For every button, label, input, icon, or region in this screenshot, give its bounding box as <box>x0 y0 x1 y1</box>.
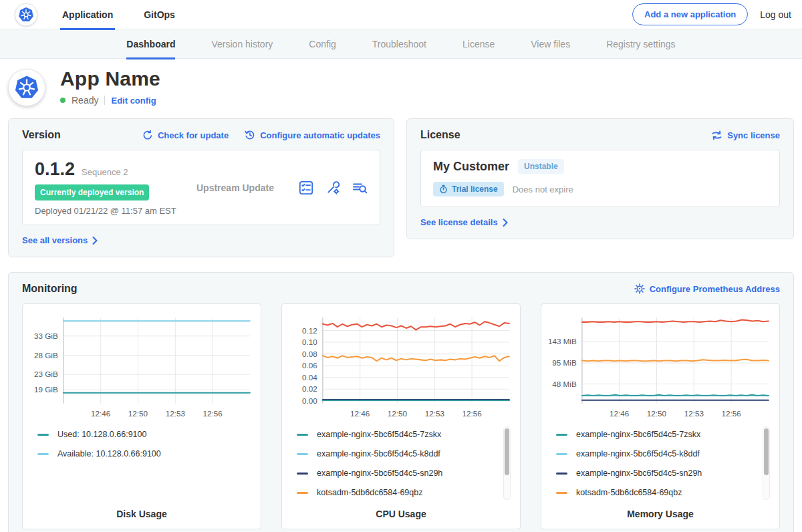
subnav-config[interactable]: Config <box>309 29 336 59</box>
version-number: 0.1.2 <box>35 159 75 180</box>
logout-link[interactable]: Log out <box>760 9 791 20</box>
svg-text:12:46: 12:46 <box>350 409 370 418</box>
edit-config-wrench-icon[interactable] <box>325 180 340 195</box>
version-source-label: Upstream Update <box>190 182 299 193</box>
add-application-button[interactable]: Add a new application <box>632 3 748 25</box>
see-all-versions-label: See all versions <box>22 235 88 245</box>
version-action-icons <box>299 180 368 195</box>
svg-text:95 MiB: 95 MiB <box>552 358 577 367</box>
see-license-details-row: See license details <box>420 216 780 228</box>
channel-badge: Unstable <box>518 159 564 174</box>
version-card-title: Version <box>22 129 61 141</box>
tab-gitops[interactable]: GitOps <box>142 0 177 29</box>
file-search-icon[interactable] <box>352 180 368 195</box>
chart-title: Memory Usage <box>548 505 773 523</box>
svg-text:33 GiB: 33 GiB <box>34 331 58 340</box>
svg-text:12:56: 12:56 <box>721 409 741 418</box>
subnav-troubleshoot[interactable]: Troubleshoot <box>372 29 426 59</box>
svg-text:0.08: 0.08 <box>302 350 317 358</box>
svg-text:23 GiB: 23 GiB <box>34 370 58 378</box>
see-all-versions-link[interactable]: See all versions <box>22 235 98 245</box>
legend-item: example-nginx-5bc6f5d4c5-7zskx <box>556 425 757 444</box>
status-divider <box>104 96 105 105</box>
legend-item: example-nginx-5bc6f5d4c5-sn29h <box>556 464 757 483</box>
sync-license-link[interactable]: Sync license <box>711 130 780 140</box>
license-card-title: License <box>420 129 460 141</box>
kubernetes-logo[interactable] <box>15 3 37 26</box>
tab-application-label: Application <box>62 9 113 20</box>
legend-series-dash <box>37 434 49 436</box>
subnav-version-history[interactable]: Version history <box>211 29 273 59</box>
chart-legend: example-nginx-5bc6f5d4c5-7zskxexample-ng… <box>297 425 513 503</box>
svg-text:28 GiB: 28 GiB <box>34 351 58 360</box>
legend-series-dash <box>297 453 308 455</box>
refresh-icon <box>142 130 153 140</box>
app-header: App Name Ready Edit config <box>0 59 802 114</box>
deployed-version-badge: Currently deployed version <box>35 184 149 201</box>
legend-item: Used: 10.128.0.66:9100 <box>37 425 238 444</box>
subnav-dashboard[interactable]: Dashboard <box>126 29 175 59</box>
stopwatch-icon <box>439 184 448 194</box>
legend-series-dash <box>556 473 567 475</box>
subnav-license[interactable]: License <box>462 29 495 59</box>
chart-title: Disk Usage <box>29 505 254 523</box>
svg-text:12:50: 12:50 <box>388 409 408 418</box>
chart-plot: 12:4612:5012:5312:56143 MiB95 MiB48 MiB <box>548 312 773 422</box>
trial-license-badge: Trial license <box>433 182 504 196</box>
legend-series-dash <box>556 492 567 494</box>
svg-text:12:56: 12:56 <box>462 409 481 418</box>
legend-scrollbar-track[interactable] <box>503 426 511 500</box>
svg-text:12:50: 12:50 <box>647 409 667 418</box>
legend-scrollbar-thumb[interactable] <box>505 428 509 475</box>
app-logo <box>8 69 45 106</box>
configure-prometheus-label: Configure Prometheus Address <box>650 284 780 294</box>
current-version-row: 0.1.2 Sequence 2 Currently deployed vers… <box>22 150 380 225</box>
legend-item: kotsadm-5db6dc6584-69qbz <box>297 483 497 503</box>
legend-series-dash <box>297 434 308 436</box>
edit-config-link[interactable]: Edit config <box>111 96 156 106</box>
subnav-registry-settings[interactable]: Registry settings <box>606 29 675 59</box>
chart-card: 12:4612:5012:5312:560.120.100.080.060.04… <box>281 303 521 529</box>
license-card-header: License Sync license <box>420 129 780 141</box>
kubernetes-logo-icon <box>18 7 34 23</box>
svg-text:0.00: 0.00 <box>302 396 317 405</box>
svg-text:12:53: 12:53 <box>684 409 704 418</box>
svg-text:48 MiB: 48 MiB <box>552 380 577 388</box>
legend-item: kotsadm-5db6dc6584-69qbz <box>556 483 757 503</box>
svg-text:12:46: 12:46 <box>91 409 110 418</box>
monitoring-card: Monitoring <box>8 272 794 532</box>
tab-application[interactable]: Application <box>60 0 115 29</box>
configure-automatic-updates-link[interactable]: Configure automatic updates <box>245 130 380 140</box>
chevron-right-icon <box>503 219 508 227</box>
legend-scrollbar-track[interactable] <box>763 426 770 500</box>
configure-prometheus-link[interactable]: Configure Prometheus Address <box>634 283 780 294</box>
legend-series-label: example-nginx-5bc6f5d4c5-k8ddf <box>317 449 440 458</box>
legend-series-label: example-nginx-5bc6f5d4c5-7zskx <box>576 430 700 439</box>
cards-row: Version Check for update <box>8 118 794 257</box>
sync-license-label: Sync license <box>727 130 780 140</box>
chevron-right-icon <box>92 237 98 245</box>
legend-series-label: example-nginx-5bc6f5d4c5-sn29h <box>576 469 702 478</box>
app-status-row: Ready Edit config <box>60 95 160 106</box>
app-header-text: App Name Ready Edit config <box>60 65 160 106</box>
monitoring-title: Monitoring <box>22 283 78 295</box>
see-license-details-label: See license details <box>420 217 498 227</box>
svg-text:0.02: 0.02 <box>302 384 317 393</box>
trial-license-label: Trial license <box>452 184 498 194</box>
subnav-view-files[interactable]: View files <box>531 29 570 59</box>
see-license-details-link[interactable]: See license details <box>420 217 508 227</box>
configure-automatic-updates-label: Configure automatic updates <box>260 130 380 140</box>
legend-series-dash <box>297 492 308 494</box>
legend-series-dash <box>37 453 49 455</box>
kubernetes-app-icon <box>14 75 39 100</box>
chart-plot: 12:4612:5012:5312:5633 GiB28 GiB23 GiB19… <box>29 312 254 422</box>
chart-card: 12:4612:5012:5312:56143 MiB95 MiB48 MiB … <box>541 303 780 529</box>
tab-gitops-label: GitOps <box>144 9 175 20</box>
check-for-update-link[interactable]: Check for update <box>142 130 229 140</box>
chart-plot: 12:4612:5012:5312:560.120.100.080.060.04… <box>289 312 513 422</box>
release-notes-icon[interactable] <box>299 180 313 195</box>
license-summary: My Customer Unstable Trial license <box>420 150 780 207</box>
current-version-info: 0.1.2 Sequence 2 Currently deployed vers… <box>35 159 190 216</box>
legend-item: example-nginx-5bc6f5d4c5-k8ddf <box>297 444 497 464</box>
legend-scrollbar-thumb[interactable] <box>764 428 769 475</box>
